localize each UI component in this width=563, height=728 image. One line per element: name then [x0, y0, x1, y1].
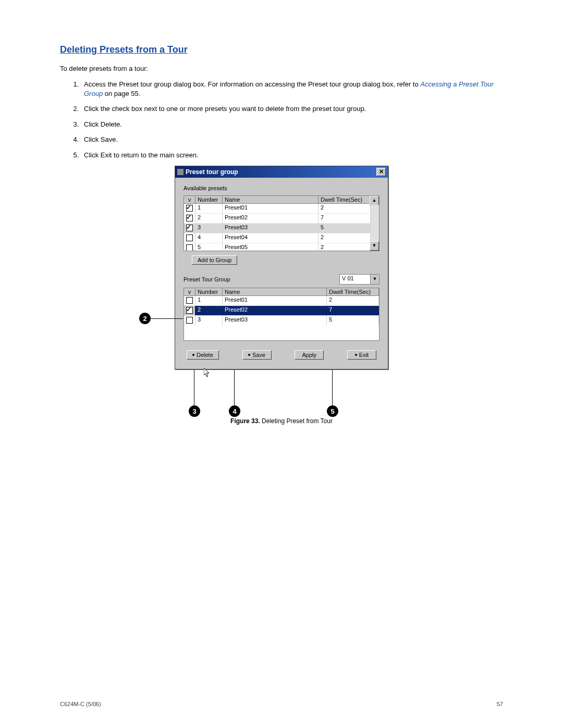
available-presets-label: Available presets	[183, 185, 380, 191]
col-header-checkbox[interactable]: v	[184, 196, 195, 204]
cell-name: Preset02	[223, 214, 319, 223]
cell-number: 5	[195, 243, 223, 251]
cell-name: Preset04	[223, 233, 319, 243]
available-row[interactable]: 4 Preset04 2	[184, 233, 371, 243]
footer-left: C624M-C (5/06)	[60, 701, 101, 707]
cell-dwell: 2	[327, 296, 379, 305]
col-header-checkbox[interactable]: v	[184, 288, 195, 296]
cell-name: Preset01	[223, 204, 319, 213]
callout-line-5	[332, 370, 333, 406]
step-1-text-a: Access the Preset tour group dialog box.…	[84, 80, 420, 88]
step-1-text-b: on page 55.	[103, 90, 140, 97]
callout-line-2	[151, 318, 183, 319]
cell-number: 2	[195, 306, 223, 315]
step-3: Click Delete.	[81, 120, 503, 129]
cell-dwell: 2	[319, 243, 371, 251]
apply-button[interactable]: Apply	[295, 350, 324, 360]
col-header-number[interactable]: Number	[195, 196, 223, 204]
figure-label: Figure 33.	[230, 417, 260, 425]
checkbox-icon[interactable]	[186, 244, 193, 251]
tour-group-table: v Number Name Dwell Time(Sec) 1 Preset01…	[183, 288, 380, 341]
cell-name: Preset05	[223, 243, 319, 251]
instruction-list: Access the Preset tour group dialog box.…	[60, 80, 503, 159]
scrollbar[interactable]	[371, 205, 379, 242]
group-row[interactable]: 3 Preset03 5	[184, 316, 379, 325]
preset-tour-group-label: Preset Tour Group	[183, 276, 230, 282]
scroll-down-icon[interactable]: ▼	[370, 241, 379, 251]
chevron-down-icon[interactable]: ▼	[370, 275, 379, 284]
checkbox-icon[interactable]	[186, 317, 193, 324]
cell-name: Preset03	[223, 316, 327, 325]
callout-line-3	[194, 370, 194, 406]
available-row[interactable]: 5 Preset05 2	[184, 243, 371, 251]
intro-text: To delete presets from a tour:	[60, 65, 503, 72]
checkbox-icon[interactable]	[186, 215, 193, 221]
figure-text: Deleting Preset from Tour	[260, 417, 333, 425]
col-header-name[interactable]: Name	[223, 288, 327, 296]
available-row[interactable]: 2 Preset02 7	[184, 214, 371, 224]
tour-group-dropdown[interactable]: V 01 ▼	[339, 274, 380, 285]
dropdown-value: V 01	[340, 275, 370, 284]
cell-number: 1	[195, 296, 223, 305]
checkbox-icon[interactable]	[186, 205, 193, 212]
cell-dwell: 2	[319, 204, 371, 213]
dialog-title: Preset tour group	[186, 168, 238, 176]
save-button[interactable]: Save	[242, 350, 272, 360]
dialog-icon	[177, 169, 183, 175]
figure-caption: Figure 33. Deleting Preset from Tour	[175, 376, 388, 425]
delete-button[interactable]: Delete	[187, 350, 219, 360]
add-to-group-button[interactable]: Add to Group	[192, 255, 237, 265]
available-row[interactable]: 1 Preset01 2	[184, 204, 371, 214]
page-footer: C624M-C (5/06) 57	[60, 701, 503, 707]
col-header-number[interactable]: Number	[195, 288, 223, 296]
cell-dwell: 5	[327, 316, 379, 325]
checkbox-icon[interactable]	[186, 307, 193, 314]
callout-line-4	[234, 370, 235, 406]
checkbox-icon[interactable]	[186, 235, 193, 241]
cell-name: Preset02	[223, 306, 327, 315]
col-header-name[interactable]: Name	[223, 196, 319, 204]
step-5: Click Exit to return to the main screen.	[81, 151, 503, 160]
callout-bullet-2: 2	[139, 313, 151, 324]
checkbox-icon[interactable]	[186, 225, 193, 231]
group-row-selected[interactable]: 2 Preset02 7	[184, 306, 379, 316]
close-icon[interactable]: ✕	[376, 168, 386, 176]
section-heading: Deleting Presets from a Tour	[60, 44, 503, 55]
dialog-titlebar: Preset tour group ✕	[175, 166, 388, 178]
checkbox-icon[interactable]	[186, 297, 193, 304]
group-row[interactable]: 1 Preset01 2	[184, 296, 379, 306]
preset-tour-group-dialog: Preset tour group ✕ Available presets v …	[175, 166, 388, 369]
cell-name: Preset01	[223, 296, 327, 305]
cell-dwell: 2	[319, 233, 371, 243]
col-header-dwell[interactable]: Dwell Time(Sec)	[319, 196, 371, 204]
cell-number: 3	[195, 224, 223, 233]
cell-dwell: 5	[319, 224, 371, 233]
figure-wrapper: 2 Preset tour group ✕ Available presets …	[175, 166, 388, 425]
scroll-up-icon[interactable]: ▲	[370, 196, 379, 205]
cell-dwell: 7	[319, 214, 371, 223]
available-presets-table: v Number Name Dwell Time(Sec) 1 Preset01…	[183, 195, 380, 251]
cell-number: 2	[195, 214, 223, 223]
step-4: Click Save.	[81, 135, 503, 144]
cell-name: Preset03	[223, 224, 319, 233]
cell-number: 3	[195, 316, 223, 325]
step-2: Click the check box next to one or more …	[81, 104, 503, 114]
available-row[interactable]: 3 Preset03 5	[184, 224, 371, 233]
step-1: Access the Preset tour group dialog box.…	[81, 80, 503, 98]
cell-number: 1	[195, 204, 223, 213]
exit-button[interactable]: Exit	[347, 350, 376, 360]
cell-dwell: 7	[327, 306, 379, 315]
footer-page-number: 57	[497, 701, 503, 707]
cell-number: 4	[195, 233, 223, 243]
col-header-dwell[interactable]: Dwell Time(Sec)	[327, 288, 379, 296]
